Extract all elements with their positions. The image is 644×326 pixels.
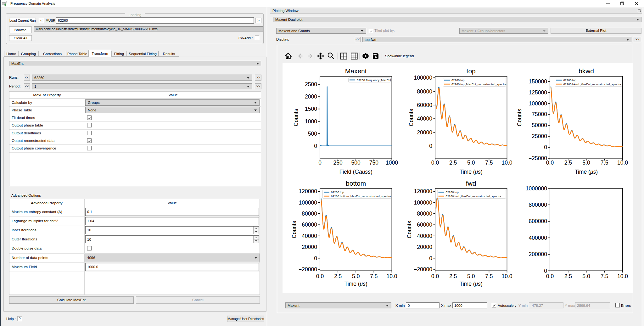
svg-text:0.0: 0.0 bbox=[431, 160, 439, 166]
svg-text:50000: 50000 bbox=[532, 122, 547, 128]
svg-text:0: 0 bbox=[429, 255, 432, 261]
svg-text:5.0: 5.0 bbox=[582, 160, 590, 166]
svg-text:0.0: 0.0 bbox=[546, 273, 554, 279]
svg-text:10.0: 10.0 bbox=[501, 160, 512, 166]
svg-text:2500: 2500 bbox=[305, 81, 317, 87]
svg-text:10.0: 10.0 bbox=[386, 273, 397, 279]
svg-text:80000: 80000 bbox=[417, 88, 432, 95]
svg-text:75000: 75000 bbox=[532, 111, 547, 117]
svg-text:600000: 600000 bbox=[529, 218, 547, 224]
svg-text:0.0: 0.0 bbox=[316, 273, 324, 279]
svg-text:−20000: −20000 bbox=[299, 266, 317, 273]
svg-text:Counts: Counts bbox=[293, 109, 299, 126]
svg-text:−25000: −25000 bbox=[529, 155, 547, 161]
svg-text:0: 0 bbox=[429, 143, 432, 149]
svg-text:0.0: 0.0 bbox=[431, 273, 439, 279]
svg-text:62260 top: 62260 top bbox=[331, 190, 344, 194]
svg-text:62260 top ;MaxEnt_reconstructe: 62260 top ;MaxEnt_reconstructed_spectra bbox=[451, 82, 507, 86]
svg-text:100000: 100000 bbox=[529, 100, 547, 107]
svg-text:7.5: 7.5 bbox=[485, 160, 493, 166]
svg-text:Counts: Counts bbox=[406, 221, 412, 239]
svg-text:25000: 25000 bbox=[532, 133, 547, 139]
svg-text:Counts: Counts bbox=[291, 221, 297, 239]
svg-text:0: 0 bbox=[314, 143, 317, 149]
svg-text:Counts: Counts bbox=[408, 109, 414, 126]
svg-text:1000000: 1000000 bbox=[526, 185, 547, 192]
svg-text:1500: 1500 bbox=[305, 106, 317, 112]
svg-text:100000: 100000 bbox=[414, 75, 433, 81]
svg-text:62260 bottom ;MaxEnt_reconstru: 62260 bottom ;MaxEnt_reconstructed_spect… bbox=[331, 194, 391, 198]
svg-text:10.0: 10.0 bbox=[617, 160, 628, 166]
svg-text:2.5: 2.5 bbox=[564, 160, 572, 166]
svg-text:10.0: 10.0 bbox=[501, 273, 512, 279]
svg-text:1000: 1000 bbox=[386, 160, 398, 166]
svg-text:60000: 60000 bbox=[302, 222, 317, 228]
svg-text:120000: 120000 bbox=[414, 188, 433, 194]
svg-text:0: 0 bbox=[314, 255, 317, 261]
svg-text:0: 0 bbox=[318, 160, 322, 166]
svg-text:62260 Frequency ;MaxEnt: 62260 Frequency ;MaxEnt bbox=[357, 78, 391, 82]
svg-text:60000: 60000 bbox=[417, 102, 432, 108]
svg-text:fwd: fwd bbox=[466, 180, 476, 187]
svg-text:62260 fwd ;MaxEnt_reconstructe: 62260 fwd ;MaxEnt_reconstructed_spectra bbox=[446, 194, 501, 198]
svg-text:bkwd: bkwd bbox=[579, 67, 594, 75]
svg-text:bottom: bottom bbox=[346, 180, 366, 187]
svg-text:500: 500 bbox=[351, 160, 361, 166]
svg-text:62260 bkwd ;MaxEnt_reconstruct: 62260 bkwd ;MaxEnt_reconstructed_spectra bbox=[563, 82, 621, 86]
svg-text:−20000: −20000 bbox=[414, 266, 432, 273]
svg-text:80000: 80000 bbox=[302, 211, 317, 217]
svg-text:40000: 40000 bbox=[417, 233, 432, 239]
svg-text:20000: 20000 bbox=[417, 129, 432, 136]
svg-text:40000: 40000 bbox=[417, 115, 432, 122]
svg-text:10.0: 10.0 bbox=[617, 273, 628, 279]
svg-text:100000: 100000 bbox=[414, 200, 433, 206]
svg-text:Counts: Counts bbox=[516, 109, 523, 126]
svg-text:750: 750 bbox=[369, 160, 378, 166]
svg-text:0.0: 0.0 bbox=[546, 160, 554, 166]
svg-text:7.5: 7.5 bbox=[370, 273, 378, 279]
svg-text:120000: 120000 bbox=[299, 188, 317, 194]
svg-text:125000: 125000 bbox=[529, 89, 547, 96]
svg-text:100000: 100000 bbox=[299, 200, 317, 206]
svg-text:5.0: 5.0 bbox=[352, 273, 360, 279]
svg-text:Time (μs): Time (μs) bbox=[460, 169, 483, 175]
svg-text:60000: 60000 bbox=[417, 222, 432, 228]
svg-text:150000: 150000 bbox=[529, 78, 547, 85]
svg-text:Time (μs): Time (μs) bbox=[575, 169, 598, 175]
svg-text:2.5: 2.5 bbox=[449, 273, 457, 279]
svg-text:40000: 40000 bbox=[302, 233, 317, 239]
svg-text:Time (μs): Time (μs) bbox=[344, 281, 367, 287]
svg-text:800000: 800000 bbox=[529, 202, 547, 208]
svg-text:0: 0 bbox=[544, 144, 547, 150]
svg-text:1000: 1000 bbox=[305, 118, 317, 125]
svg-text:20000: 20000 bbox=[302, 244, 317, 250]
svg-text:5.0: 5.0 bbox=[467, 273, 475, 279]
svg-text:top: top bbox=[467, 67, 476, 75]
svg-text:Field (Gauss): Field (Gauss) bbox=[339, 169, 372, 175]
svg-text:20000: 20000 bbox=[417, 244, 432, 250]
svg-text:2.5: 2.5 bbox=[564, 273, 572, 279]
svg-text:7.5: 7.5 bbox=[485, 273, 493, 279]
svg-text:200000: 200000 bbox=[529, 251, 547, 257]
svg-text:Time (μs): Time (μs) bbox=[460, 281, 483, 287]
svg-text:2.5: 2.5 bbox=[449, 160, 457, 166]
svg-text:2000: 2000 bbox=[305, 93, 317, 100]
svg-text:2.5: 2.5 bbox=[334, 273, 342, 279]
svg-text:5.0: 5.0 bbox=[582, 273, 590, 279]
svg-text:7.5: 7.5 bbox=[601, 273, 608, 279]
svg-text:400000: 400000 bbox=[529, 235, 547, 241]
svg-text:5.0: 5.0 bbox=[467, 160, 475, 166]
svg-text:62260 top: 62260 top bbox=[563, 78, 576, 82]
svg-text:500: 500 bbox=[308, 131, 317, 137]
svg-text:250: 250 bbox=[333, 160, 342, 166]
svg-text:7.5: 7.5 bbox=[601, 160, 608, 166]
svg-text:62260 top: 62260 top bbox=[446, 190, 459, 194]
svg-text:80000: 80000 bbox=[417, 211, 432, 217]
svg-text:62260 top: 62260 top bbox=[451, 78, 464, 82]
svg-text:Maxent: Maxent bbox=[345, 67, 367, 75]
